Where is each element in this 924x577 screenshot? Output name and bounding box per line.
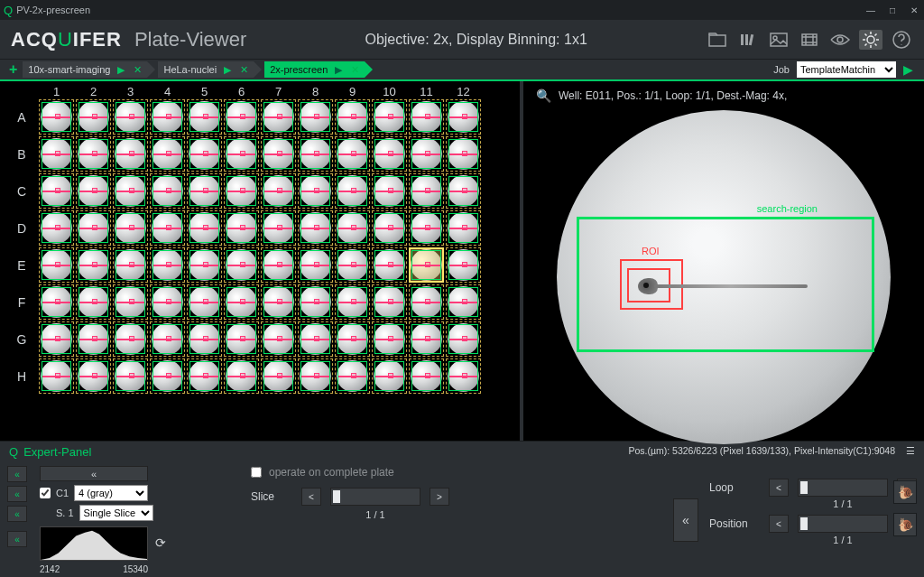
slice-slider[interactable] [330,488,420,506]
well-H6[interactable] [223,358,260,395]
well-G9[interactable] [334,321,371,358]
well-C9[interactable] [334,172,371,209]
well-H8[interactable] [297,358,334,395]
well-B11[interactable] [408,135,445,172]
position-slider[interactable] [798,515,888,533]
hamburger-icon[interactable]: ☰ [906,445,915,459]
well-G2[interactable] [75,321,112,358]
well-A2[interactable] [75,98,112,135]
well-C6[interactable] [223,172,260,209]
well-H1[interactable] [38,358,75,395]
well-D9[interactable] [334,209,371,247]
well-E3[interactable] [112,247,149,284]
collapse-button[interactable]: « [7,486,27,502]
well-D1[interactable] [38,209,75,247]
well-A7[interactable] [260,98,297,135]
window-close-button[interactable]: ✕ [908,5,920,15]
well-A1[interactable] [38,98,75,135]
well-H10[interactable] [371,358,408,395]
well-B1[interactable] [38,135,75,172]
sun-settings-icon[interactable] [859,30,882,50]
detail-image[interactable]: search-region ROI [523,110,924,444]
well-D12[interactable] [445,209,482,247]
well-E7[interactable] [260,247,297,284]
collapse-wide-button[interactable]: « [40,466,148,481]
well-F9[interactable] [334,284,371,321]
well-C11[interactable] [408,172,445,209]
well-D5[interactable] [186,209,223,247]
close-icon[interactable]: ✕ [351,64,359,76]
operate-complete-plate-checkbox[interactable] [251,467,262,478]
snail-1-icon[interactable]: 🐌 [893,480,917,504]
well-C7[interactable] [260,172,297,209]
well-G4[interactable] [149,321,186,358]
well-B5[interactable] [186,135,223,172]
well-C8[interactable] [297,172,334,209]
well-F6[interactable] [223,284,260,321]
well-G8[interactable] [297,321,334,358]
well-H7[interactable] [260,358,297,395]
well-A6[interactable] [223,98,260,135]
well-C4[interactable] [149,172,186,209]
well-B3[interactable] [112,135,149,172]
well-A9[interactable] [334,98,371,135]
well-G6[interactable] [223,321,260,358]
well-F5[interactable] [186,284,223,321]
well-E11[interactable] [408,247,445,284]
well-B2[interactable] [75,135,112,172]
well-E6[interactable] [223,247,260,284]
well-E5[interactable] [186,247,223,284]
well-F8[interactable] [297,284,334,321]
close-icon[interactable]: ✕ [240,64,248,76]
job-selector[interactable]: TemplateMatchin [797,61,896,78]
well-H9[interactable] [334,358,371,395]
close-icon[interactable]: ✕ [134,64,142,76]
library-icon[interactable] [736,30,760,50]
well-A3[interactable] [112,98,149,135]
channel-c1-checkbox[interactable] [40,488,51,498]
well-B6[interactable] [223,135,260,172]
add-plate-button[interactable]: + [5,61,21,78]
well-A8[interactable] [297,98,334,135]
collapse-button[interactable]: « [7,506,27,522]
well-D8[interactable] [297,209,334,247]
well-F2[interactable] [75,284,112,321]
well-E12[interactable] [445,247,482,284]
breadcrumb-item-active[interactable]: 2x-prescreen ▶ ✕ [264,61,365,78]
well-B12[interactable] [445,135,482,172]
magnifier-icon[interactable]: 🔍 [536,88,551,103]
well-F7[interactable] [260,284,297,321]
well-H12[interactable] [445,358,482,395]
histogram[interactable] [40,526,148,561]
well-F11[interactable] [408,284,445,321]
well-E9[interactable] [334,247,371,284]
well-H4[interactable] [149,358,186,395]
well-G10[interactable] [371,321,408,358]
well-E8[interactable] [297,247,334,284]
well-D4[interactable] [149,209,186,247]
well-A4[interactable] [149,98,186,135]
well-G12[interactable] [445,321,482,358]
well-G3[interactable] [112,321,149,358]
channel-c1-lut-select[interactable]: 4 (gray) [74,485,148,501]
well-D7[interactable] [260,209,297,247]
well-H11[interactable] [408,358,445,395]
well-B7[interactable] [260,135,297,172]
well-C1[interactable] [38,172,75,209]
snail-2-icon[interactable]: 🐌 [893,513,917,536]
well-H2[interactable] [75,358,112,395]
well-B4[interactable] [149,135,186,172]
collapse-right-button[interactable]: « [673,498,698,542]
well-E4[interactable] [149,247,186,284]
well-C3[interactable] [112,172,149,209]
well-H5[interactable] [186,358,223,395]
well-F3[interactable] [112,284,149,321]
well-C2[interactable] [75,172,112,209]
well-C10[interactable] [371,172,408,209]
well-C12[interactable] [445,172,482,209]
well-H3[interactable] [112,358,149,395]
well-D6[interactable] [223,209,260,247]
well-F1[interactable] [38,284,75,321]
picture-icon[interactable] [767,30,790,50]
well-G5[interactable] [186,321,223,358]
